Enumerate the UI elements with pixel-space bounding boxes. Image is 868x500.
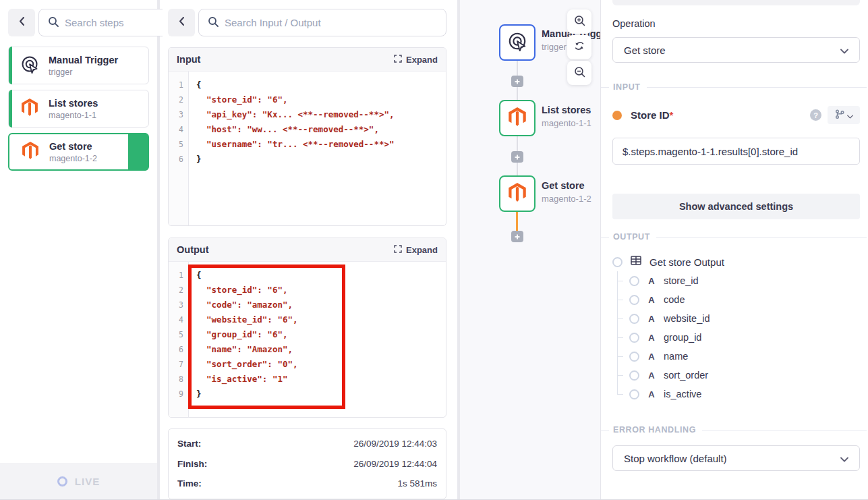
timing-label: Finish: — [177, 459, 207, 469]
timing-box: Start: 26/09/2019 12:44:03 Finish: 26/09… — [168, 428, 446, 499]
output-section-header: OUTPUT — [601, 232, 867, 242]
io-back-button[interactable] — [168, 9, 195, 36]
selected-step-bar — [128, 133, 148, 171]
step-card-manual-trigger[interactable]: Manual Trigger trigger — [8, 47, 149, 84]
show-advanced-settings-button[interactable]: Show advanced settings — [612, 194, 860, 219]
code-line: 7 "sort_order": "0", — [169, 357, 446, 372]
output-tree-item[interactable]: Awebsite_id — [617, 309, 860, 328]
zoom-in-button[interactable] — [567, 9, 591, 34]
add-step-button[interactable] — [511, 151, 523, 163]
code-line: 1{ — [169, 268, 446, 283]
output-tree-root-label: Get store Output — [649, 256, 724, 268]
step-title: Manual Trigger — [49, 55, 118, 65]
string-type-icon: A — [646, 314, 657, 324]
output-tree-item[interactable]: Asort_order — [617, 366, 860, 385]
step-title: Get store — [49, 141, 97, 152]
string-type-icon: A — [646, 295, 657, 305]
plus-icon — [514, 151, 521, 163]
timing-value: 26/09/2019 12:44:03 — [353, 439, 437, 449]
radio-icon[interactable] — [629, 389, 639, 399]
output-tree-item[interactable]: Ais_active — [617, 385, 860, 404]
step-title: List stores — [49, 98, 98, 109]
radio-icon[interactable] — [629, 295, 639, 305]
string-type-icon: A — [646, 389, 657, 399]
canvas-node-get-store[interactable] — [499, 175, 536, 212]
input-box: Input Expand 1{ 2 "store_id": "6", 3 "ap… — [168, 47, 446, 226]
error-handling-select[interactable]: Stop workflow (default) — [612, 445, 860, 471]
manual-trigger-icon — [507, 31, 527, 54]
step-card-list-stores[interactable]: List stores magento-1-1 — [8, 90, 149, 128]
timing-row: Finish: 26/09/2019 12:44:04 — [177, 454, 437, 474]
code-line: 5 "username": "tr... <**--removed--**>" — [169, 137, 446, 152]
canvas-node-label: Get store magento-1-2 — [542, 180, 591, 204]
input-section-header: INPUT — [601, 82, 867, 92]
code-line: 3 "api_key": "Kx... <**--removed--**>", — [169, 107, 446, 122]
radio-icon[interactable] — [629, 314, 639, 324]
timing-row: Start: 26/09/2019 12:44:03 — [177, 434, 437, 454]
step-subtitle: trigger — [49, 67, 118, 77]
output-code-editor[interactable]: 1{ 2 "store_id": "6", 3 "code": "amazon"… — [169, 262, 446, 417]
step-card-get-store[interactable]: Get store magento-1-2 — [8, 133, 149, 171]
steps-sidebar: Manual Trigger trigger List stores magen… — [0, 0, 160, 500]
string-type-icon: A — [646, 370, 657, 381]
refresh-button[interactable] — [567, 35, 591, 59]
step-subtitle: magento-1-2 — [49, 154, 97, 163]
input-box-title: Input — [177, 54, 200, 65]
radio-icon[interactable] — [629, 333, 639, 343]
back-chevron-icon — [18, 16, 26, 29]
output-box: Output Expand 1{ 2 "store_id": "6", 3 "c… — [168, 238, 446, 418]
output-box-title: Output — [177, 244, 209, 255]
step-status-bar — [9, 90, 12, 128]
output-tree-item[interactable]: Agroup_id — [617, 328, 860, 347]
timing-label: Time: — [177, 478, 202, 489]
required-asterisk: * — [670, 109, 674, 121]
chevron-down-icon — [847, 109, 853, 121]
live-ring-icon — [57, 476, 67, 487]
chevron-down-icon — [840, 45, 848, 56]
plus-icon — [514, 76, 521, 88]
output-tree-root[interactable]: Get store Output — [612, 255, 860, 269]
step-subtitle: magento-1-1 — [49, 111, 98, 120]
code-line: 1{ — [169, 78, 446, 92]
workflow-canvas[interactable]: Manual Trigger trigger List stores magen… — [460, 0, 600, 500]
input-code-editor[interactable]: 1{ 2 "store_id": "6", 3 "api_key": "Kx..… — [169, 72, 446, 225]
store-id-input[interactable]: $.steps.magento-1-1.results[0].store_id — [612, 138, 860, 165]
io-search-input[interactable] — [225, 17, 437, 28]
workflow-editor-app: Manual Trigger trigger List stores magen… — [0, 0, 868, 500]
input-expand-button[interactable]: Expand — [394, 55, 438, 65]
output-tree-item[interactable]: Aname — [617, 347, 860, 366]
code-line: 4 "host": "ww... <**--removed--**>", — [169, 122, 446, 137]
radio-icon[interactable] — [629, 352, 639, 362]
radio-icon[interactable] — [612, 257, 623, 267]
expand-icon — [394, 245, 402, 255]
canvas-node-label: List stores magento-1-1 — [542, 105, 591, 128]
zoom-out-button[interactable] — [567, 61, 591, 85]
connector-line-orange — [516, 212, 518, 231]
output-expand-button[interactable]: Expand — [394, 245, 438, 255]
output-tree-children: Astore_id Acode Awebsite_id Agroup_id An… — [617, 271, 860, 404]
code-line: 5 "group_id": "6", — [169, 327, 446, 342]
code-line: 8 "is_active": "1" — [169, 372, 446, 387]
magento-icon — [507, 182, 527, 205]
manual-trigger-icon — [20, 55, 39, 76]
canvas-node-manual-trigger[interactable] — [499, 24, 536, 61]
io-search — [198, 9, 446, 36]
code-line: 9} — [169, 387, 446, 401]
magento-icon — [20, 98, 39, 119]
add-step-button[interactable] — [511, 231, 523, 242]
canvas-node-list-stores[interactable] — [499, 100, 536, 136]
live-mode-indicator[interactable]: LIVE — [0, 463, 157, 500]
output-tree-item[interactable]: Acode — [617, 290, 860, 309]
radio-icon[interactable] — [629, 276, 639, 286]
help-icon[interactable]: ? — [810, 109, 821, 121]
refresh-icon — [574, 40, 585, 54]
steps-back-button[interactable] — [8, 9, 35, 36]
output-tree-item[interactable]: Astore_id — [617, 271, 860, 290]
add-step-button[interactable] — [511, 76, 523, 87]
operation-select[interactable]: Get store — [612, 37, 860, 63]
radio-icon[interactable] — [629, 370, 639, 381]
expand-icon — [394, 55, 402, 65]
required-dot-icon — [612, 111, 622, 120]
mapping-mode-button[interactable] — [828, 106, 860, 124]
plus-icon — [514, 231, 521, 243]
